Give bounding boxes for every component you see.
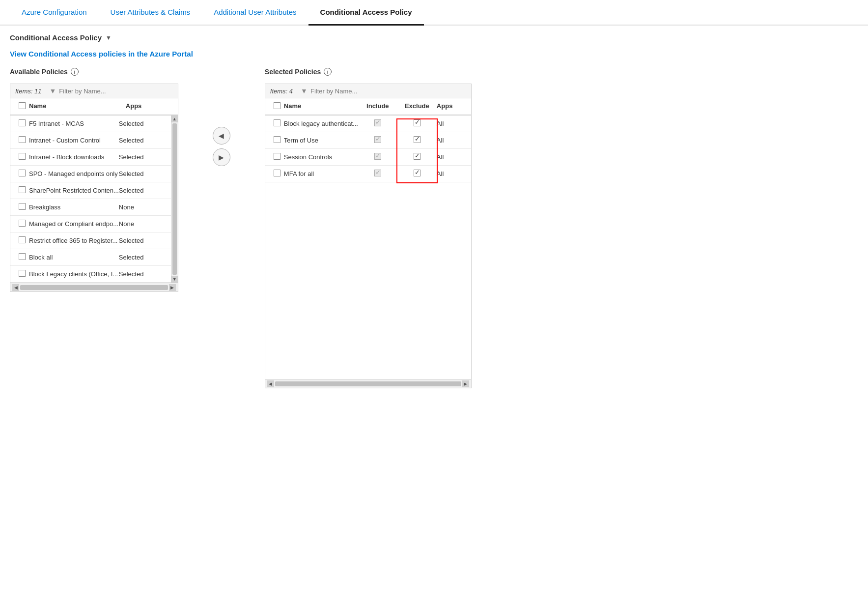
selected-row-exclude-4[interactable] [414,170,420,176]
scroll-down-arrow[interactable]: ▼ [171,276,178,283]
dual-panel-container: Available Policies i Items: 11 ▼ [10,68,858,388]
row-apps-9: Selected [119,254,158,261]
tab-conditional-access[interactable]: Conditional Access Policy [308,0,424,26]
row-checkbox-2[interactable] [19,136,26,143]
selected-row-checkbox-3[interactable] [274,153,280,160]
section-title-dropdown-icon[interactable]: ▼ [106,34,112,41]
selected-row-include-3[interactable] [374,153,381,160]
table-row: SharePoint Restricted Conten... Selected [10,182,171,199]
row-name-2: Intranet - Custom Control [29,137,119,144]
row-apps-6: None [119,203,158,211]
selected-row-include-1[interactable] [374,119,381,126]
row-checkbox-10[interactable] [19,270,26,277]
row-checkbox-4[interactable] [19,170,26,176]
selected-header-checkbox[interactable] [274,102,280,109]
table-row: Intranet - Block downloads Selected [10,149,171,166]
row-apps-8: Selected [119,237,158,244]
selected-name-col-header: Name [284,102,358,111]
selected-row-checkbox-2[interactable] [274,136,280,143]
row-checkbox-1[interactable] [19,119,26,126]
row-name-10: Block Legacy clients (Office, I... [29,270,119,278]
scroll-up-arrow[interactable]: ▲ [171,116,178,122]
row-name-9: Block all [29,254,119,261]
selected-apps-col-header: Apps [437,102,466,111]
selected-empty-area [265,182,471,379]
h-scroll-right-arrow[interactable]: ▶ [169,284,176,291]
scroll-thumb[interactable] [172,123,177,275]
available-filter-input[interactable] [59,87,173,95]
selected-row-exclude-1[interactable] [414,119,420,126]
h-scroll-track-available[interactable] [20,285,168,290]
selected-row-exclude-2[interactable] [414,136,420,143]
selected-row-include-4[interactable] [374,170,381,176]
h-scroll-track-selected[interactable] [275,381,461,386]
row-checkbox-8[interactable] [19,236,26,243]
selected-rows-wrapper: Block legacy authenticat... All Term of … [265,116,471,379]
selected-filter-area: ▼ [301,87,466,95]
available-table-header: Name Apps [10,98,178,116]
table-row: Managed or Compliant endpo... None [10,216,171,232]
available-policies-panel: Items: 11 ▼ Name Apps [10,84,178,292]
row-name-6: Breakglass [29,203,119,211]
selected-select-all-checkbox[interactable] [270,102,284,111]
row-checkbox-6[interactable] [19,203,26,210]
row-checkbox-5[interactable] [19,186,26,193]
row-name-3: Intranet - Block downloads [29,153,119,161]
row-checkbox-7[interactable] [19,220,26,227]
selected-exclude-col-header: Exclude [397,102,437,111]
selected-h-scroll-right-arrow[interactable]: ▶ [462,380,469,387]
selected-row-name-4: MFA for all [284,170,358,177]
available-toolbar: Items: 11 ▼ [10,84,178,98]
row-apps-5: Selected [119,187,158,194]
row-apps-1: Selected [119,120,158,127]
selected-table-row: Block legacy authenticat... All [265,116,471,132]
azure-portal-link[interactable]: View Conditional Access policies in the … [10,50,193,58]
transfer-buttons-container: ◀ ▶ [208,127,235,166]
table-row: SPO - Managed endpoints only Selected [10,166,171,182]
selected-row-apps-2: All [437,137,466,144]
selected-table-row: Term of Use All [265,132,471,149]
tab-user-attributes[interactable]: User Attributes & Claims [99,0,202,26]
table-row: Restrict office 365 to Register... Selec… [10,232,171,249]
selected-row-include-2[interactable] [374,136,381,143]
available-policies-info-icon[interactable]: i [71,68,79,76]
available-policies-label: Available Policies i [10,68,178,76]
table-row: Intranet - Custom Control Selected [10,132,171,149]
transfer-left-button[interactable]: ◀ [213,127,230,145]
selected-row-checkbox-4[interactable] [274,170,280,176]
selected-row-apps-4: All [437,170,466,177]
row-name-5: SharePoint Restricted Conten... [29,187,119,194]
tab-azure-config[interactable]: Azure Configuration [10,0,99,26]
available-policies-wrapper: Available Policies i Items: 11 ▼ [10,68,178,292]
section-title-text: Conditional Access Policy [10,33,102,42]
selected-filter-input[interactable] [310,87,466,95]
available-apps-col-header: Apps [126,102,165,111]
selected-row-exclude-3[interactable] [414,153,420,160]
available-horizontal-scrollbar: ◀ ▶ [10,283,178,291]
selected-filter-icon: ▼ [301,87,308,95]
selected-table-row: MFA for all All [265,166,471,182]
h-scroll-left-arrow[interactable]: ◀ [12,284,19,291]
selected-h-scroll-left-arrow[interactable]: ◀ [267,380,274,387]
tab-additional-attributes[interactable]: Additional User Attributes [202,0,308,26]
available-vertical-scrollbar[interactable]: ▲ ▼ [171,116,178,283]
selected-include-col-header: Include [358,102,397,111]
row-name-8: Restrict office 365 to Register... [29,237,119,244]
available-header-checkbox[interactable] [19,102,26,109]
available-select-all-checkbox[interactable] [15,102,29,111]
available-filter-icon: ▼ [49,87,56,95]
row-apps-7: None [119,220,158,228]
row-apps-3: Selected [119,153,158,161]
row-checkbox-3[interactable] [19,153,26,160]
available-rows-container: F5 Intranet - MCAS Selected Intranet - C… [10,116,171,283]
available-scroll-wrapper: F5 Intranet - MCAS Selected Intranet - C… [10,116,178,283]
selected-row-checkbox-1[interactable] [274,119,280,126]
table-row: Breakglass None [10,199,171,216]
selected-row-name-1: Block legacy authenticat... [284,120,358,127]
table-row: Block Legacy clients (Office, I... Selec… [10,266,171,283]
selected-policies-info-icon[interactable]: i [324,68,332,76]
row-checkbox-9[interactable] [19,253,26,260]
selected-policies-wrapper: Selected Policies i Items: 4 ▼ [265,68,472,388]
transfer-right-button[interactable]: ▶ [213,148,230,166]
table-row: Block all Selected [10,249,171,266]
